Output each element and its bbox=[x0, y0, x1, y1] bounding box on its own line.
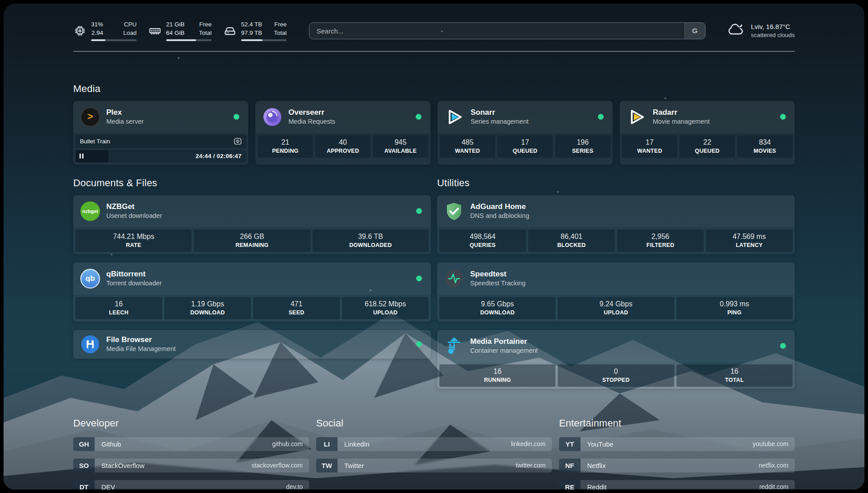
cpu-progress-track bbox=[91, 39, 137, 41]
memory-total-label: Total bbox=[199, 29, 212, 38]
service-title: Sonarr bbox=[471, 108, 592, 117]
stat-leech: 16 LEECH bbox=[75, 297, 162, 319]
service-card-speedtest[interactable]: Speedtest Speedtest Tracking 9.65 Gbps D… bbox=[437, 263, 795, 322]
bookmark-group-social: Social LI LinkedIn linkedin.com TW Twitt… bbox=[316, 418, 552, 490]
stat-approved: 40 APPROVED bbox=[315, 135, 371, 158]
bookmark-group-developer: Developer GH Github github.com SO StackO… bbox=[73, 418, 309, 490]
bookmark-domain: dev.to bbox=[286, 480, 309, 490]
bookmark-label: LinkedIn bbox=[338, 437, 370, 451]
cpu-label: CPU bbox=[123, 21, 137, 29]
disk-icon bbox=[223, 24, 237, 38]
service-title: AdGuard Home bbox=[470, 202, 788, 211]
bookmark-abbr: SO bbox=[73, 459, 95, 472]
bookmark-youtube[interactable]: YT YouTube youtube.com bbox=[559, 437, 795, 451]
bookmark-stackoverflow[interactable]: SO StackOverflow stackoverflow.com bbox=[73, 459, 309, 472]
media-thumbnail-icon bbox=[234, 138, 242, 145]
section-documents: Documents & Files nzbget NZBGet Usenet d… bbox=[73, 177, 431, 389]
bookmark-group-entertainment: Entertainment YT YouTube youtube.com NF … bbox=[559, 418, 795, 490]
bookmark-domain: youtube.com bbox=[753, 437, 795, 451]
stat-download: 1.19 Gbps DOWNLOAD bbox=[164, 297, 251, 319]
stat-pending: 21 PENDING bbox=[258, 135, 313, 158]
cpu-percent: 31% bbox=[91, 21, 103, 29]
bookmark-label: Github bbox=[95, 437, 121, 451]
stat-upload: 618.52 Mbps UPLOAD bbox=[342, 297, 429, 319]
service-title: qBittorrent bbox=[106, 269, 410, 279]
qbittorrent-icon: qb bbox=[80, 269, 100, 288]
service-card-radarr[interactable]: Radarr Movie management 17 WANTED 22 QUE… bbox=[620, 101, 795, 165]
service-subtitle: Torrent downloader bbox=[106, 279, 410, 288]
overseerr-icon bbox=[263, 107, 282, 127]
bookmark-label: DEV bbox=[95, 480, 115, 490]
portainer-icon bbox=[444, 336, 464, 356]
bookmark-abbr: YT bbox=[559, 437, 580, 451]
bookmark-label: YouTube bbox=[580, 437, 613, 451]
bookmark-abbr: LI bbox=[316, 437, 338, 451]
service-subtitle: Movie management bbox=[653, 117, 774, 126]
bookmark-abbr: NF bbox=[559, 459, 580, 472]
service-subtitle: Media server bbox=[106, 117, 227, 126]
memory-progress-track bbox=[166, 39, 212, 41]
service-subtitle: Media File Management bbox=[106, 345, 410, 353]
stat-downloaded: 39.6 TB DOWNLOADED bbox=[313, 230, 429, 252]
status-dot bbox=[416, 208, 422, 214]
plex-icon: > bbox=[80, 107, 100, 127]
service-card-sonarr[interactable]: Sonarr Series management 485 WANTED 17 Q… bbox=[438, 101, 613, 165]
bookmark-label: Netflix bbox=[580, 459, 606, 472]
now-playing-row: Bullet Train bbox=[75, 135, 246, 148]
bookmark-domain: twitter.com bbox=[516, 459, 552, 472]
service-card-filebrowser[interactable]: File Browser Media File Management bbox=[73, 330, 431, 359]
social-heading: Social bbox=[316, 418, 552, 429]
bookmark-domain: github.com bbox=[272, 437, 309, 451]
memory-free: 21 GiB bbox=[166, 21, 184, 29]
media-heading: Media bbox=[73, 83, 795, 95]
service-title: Media Portainer bbox=[470, 337, 774, 346]
status-dot bbox=[416, 114, 421, 120]
bookmark-domain: stackoverflow.com bbox=[252, 459, 309, 472]
bookmark-reddit[interactable]: RE Reddit reddit.com bbox=[559, 480, 795, 490]
service-subtitle: Container management bbox=[470, 347, 774, 355]
bookmark-twitter[interactable]: TW Twitter twitter.com bbox=[316, 459, 552, 472]
service-card-overseerr[interactable]: Overseerr Media Requests 21 PENDING 40 A… bbox=[255, 101, 430, 165]
stat-queries: 498,564 QUERIES bbox=[439, 230, 526, 252]
stat-stopped: 0 STOPPED bbox=[558, 364, 674, 387]
developer-heading: Developer bbox=[73, 418, 309, 429]
stat-queued: 17 QUEUED bbox=[497, 135, 553, 158]
search-provider-button[interactable]: G bbox=[684, 23, 705, 39]
bookmark-netflix[interactable]: NF Netflix netflix.com bbox=[559, 459, 795, 472]
bookmark-abbr: GH bbox=[73, 437, 95, 451]
filebrowser-icon bbox=[80, 334, 100, 354]
status-dot bbox=[234, 114, 239, 120]
bookmark-abbr: RE bbox=[559, 480, 580, 490]
bookmark-dev[interactable]: DT DEV dev.to bbox=[73, 480, 309, 490]
service-card-nzbget[interactable]: nzbget NZBGet Usenet downloader 744.21 M… bbox=[73, 195, 431, 254]
search-input[interactable] bbox=[309, 23, 684, 39]
service-card-portainer[interactable]: Media Portainer Container management 16 … bbox=[437, 330, 795, 389]
disk-progress-fill bbox=[241, 39, 263, 41]
utilities-heading: Utilities bbox=[437, 177, 795, 189]
status-dot bbox=[416, 276, 422, 281]
service-title: Plex bbox=[106, 108, 227, 117]
memory-progress-fill bbox=[166, 39, 196, 41]
cpu-load: 2.94 bbox=[91, 29, 103, 38]
service-card-plex[interactable]: > Plex Media server Bullet Train bbox=[73, 101, 248, 165]
stat-series: 196 SERIES bbox=[555, 135, 610, 158]
memory-icon bbox=[148, 24, 162, 38]
service-card-qbittorrent[interactable]: qb qBittorrent Torrent downloader 16 LEE… bbox=[73, 263, 431, 322]
status-dot bbox=[780, 114, 786, 120]
bookmark-linkedin[interactable]: LI LinkedIn linkedin.com bbox=[316, 437, 552, 451]
service-title: Overseerr bbox=[288, 108, 409, 117]
weather-condition: scattered clouds bbox=[751, 31, 795, 39]
bookmark-domain: linkedin.com bbox=[511, 437, 552, 451]
stat-latency: 47.569 ms LATENCY bbox=[706, 230, 793, 252]
status-dot bbox=[416, 341, 422, 347]
weather-widget: Lviv, 16.87°C scattered clouds bbox=[726, 22, 795, 40]
search-bar: G bbox=[309, 22, 705, 39]
resource-memory: 21 GiB 64 GiB Free Total bbox=[148, 21, 212, 42]
cpu-load-label: Load bbox=[123, 29, 137, 38]
service-card-adguard[interactable]: AdGuard Home DNS and adblocking 498,564 … bbox=[437, 195, 795, 254]
status-dot bbox=[598, 114, 604, 120]
bookmark-github[interactable]: GH Github github.com bbox=[73, 437, 309, 451]
now-playing-title: Bullet Train bbox=[80, 138, 234, 145]
status-dot bbox=[780, 343, 786, 349]
speedtest-icon bbox=[444, 269, 464, 288]
